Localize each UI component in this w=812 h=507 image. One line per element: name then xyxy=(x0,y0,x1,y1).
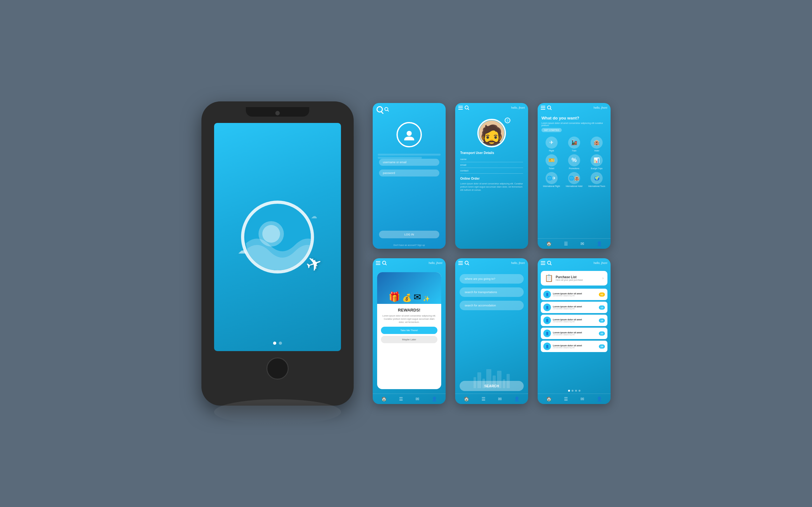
main-hamburger-icon[interactable] xyxy=(541,106,545,110)
intl-flight-circle: 🌐✈ xyxy=(546,172,558,184)
promotions-icon-item[interactable]: % Promotions xyxy=(564,154,584,170)
ticket-icon-item[interactable]: 🎫 Ticket xyxy=(542,154,561,170)
password-field[interactable]: password xyxy=(379,170,439,176)
search-screen-search-icon[interactable] xyxy=(465,261,469,265)
purchase-item-title-3: Lorem ipsum dolor sit amet xyxy=(553,319,597,321)
dot-1 xyxy=(273,342,276,345)
main-header-title: hello, jhon! xyxy=(594,106,607,109)
main-header: hello, jhon! xyxy=(538,103,611,112)
search-nav-list-icon[interactable]: ☰ xyxy=(481,396,486,401)
transportation-field[interactable]: search for transportations xyxy=(460,287,524,297)
get-started-button[interactable]: GET STARTED xyxy=(542,128,562,132)
intl-flight-icon-item[interactable]: 🌐✈ International Flight xyxy=(542,172,561,187)
nav-list-icon[interactable]: ☰ xyxy=(564,241,568,246)
rewards-card: 🎁 💰 ✉ ✨ REWARDS! Lorem ipsum dolor sit a… xyxy=(377,272,441,389)
username-field[interactable]: username or email xyxy=(379,159,439,166)
accommodation-field[interactable]: search for accomodation xyxy=(460,301,524,310)
purchase-item-text-4: Lorem ipsum dolor sit amet consectetur a… xyxy=(553,331,597,336)
nav-profile-icon[interactable]: 👤 xyxy=(597,241,602,246)
purchase-search-icon[interactable] xyxy=(547,261,552,265)
login-footer: Don't have an account? Sign up xyxy=(373,241,446,249)
train-icon-item[interactable]: 🚂 Train xyxy=(564,136,584,152)
purchase-nav-home-icon[interactable]: 🏠 xyxy=(546,396,552,401)
main-screen: hello, jhon! What do you want? Lorem ips… xyxy=(538,103,611,249)
rewards-description: Lorem ipsum dolor sit amet consectetur a… xyxy=(381,314,438,324)
search-nav-home-icon[interactable]: 🏠 xyxy=(464,396,469,401)
rewards-screen: hello, jhon! 🎁 💰 ✉ ✨ REWARDS! Lorem ipsu… xyxy=(373,258,446,404)
rewards-search-icon[interactable] xyxy=(382,261,387,265)
purchase-pagination-dots xyxy=(538,388,611,394)
purchase-nav-list-icon[interactable]: ☰ xyxy=(564,396,568,401)
intl-tours-icon-item[interactable]: 🌍 International Tours xyxy=(587,172,607,187)
login-button[interactable]: LOG IN xyxy=(379,231,439,238)
order-text: Lorem ipsum dolor sit amet consectetur a… xyxy=(460,182,523,191)
splash-circle xyxy=(241,201,314,274)
purchase-item-1[interactable]: 👤 Lorem ipsum dolor sit amet consectetur… xyxy=(541,289,607,300)
rewards-nav-mail-icon[interactable]: ✉ xyxy=(415,396,419,401)
flight-label: Flight xyxy=(549,150,554,152)
promotions-label: Promotions xyxy=(569,167,579,170)
rewards-nav-profile-icon[interactable]: 👤 xyxy=(432,396,437,401)
splash-logo: ✈ ☁ ☁ xyxy=(236,196,319,278)
purchase-item-4[interactable]: 👤 Lorem ipsum dolor sit amet consectetur… xyxy=(541,328,607,339)
purchase-avatar-1: 👤 xyxy=(543,291,551,298)
purchase-nav-mail-icon[interactable]: ✉ xyxy=(580,396,584,401)
hamburger-menu-icon[interactable] xyxy=(458,106,463,110)
search-nav-profile-icon[interactable]: 👤 xyxy=(514,396,519,401)
budget-label: Budget Trips xyxy=(591,167,603,170)
flight-icon-item[interactable]: ✈ Flight xyxy=(542,136,561,152)
header-search-icon[interactable] xyxy=(465,106,469,110)
budget-icon-item[interactable]: 📊 Budget Trips xyxy=(587,154,607,170)
rewards-title: REWARDS! xyxy=(381,308,438,313)
search-hamburger-icon[interactable] xyxy=(458,261,463,265)
profile-details: Transport User Details name email contac… xyxy=(455,147,528,249)
svg-line-10 xyxy=(550,109,551,110)
purchase-item-2[interactable]: 👤 Lorem ipsum dolor sit amet consectetur… xyxy=(541,302,607,313)
rewards-hamburger-icon[interactable] xyxy=(376,261,380,265)
hero-title: What do you want? xyxy=(542,116,607,121)
destination-field[interactable]: where are you going to? xyxy=(460,274,524,284)
nav-mail-icon[interactable]: ✉ xyxy=(580,241,584,246)
nav-home-icon[interactable]: 🏠 xyxy=(546,241,552,246)
svg-point-6 xyxy=(407,131,412,136)
purchase-item-3[interactable]: 👤 Lorem ipsum dolor sit amet consectetur… xyxy=(541,315,607,326)
transport-details-title: Transport User Details xyxy=(460,151,523,155)
purchase-list-title: Purchase List xyxy=(556,275,583,279)
intl-hotel-icon-item[interactable]: 🌐🏨 International Hotel xyxy=(564,172,584,187)
purchase-list-sub: Here all your past purchase xyxy=(556,279,583,281)
purchase-nav-profile-icon[interactable]: 👤 xyxy=(597,396,602,401)
maybe-later-button[interactable]: Maybe Later xyxy=(381,336,438,343)
purchase-dot-1 xyxy=(568,390,570,392)
train-circle: 🚂 xyxy=(568,136,580,149)
purchase-item-5[interactable]: 👤 Lorem ipsum dolor sit amet consectetur… xyxy=(541,341,607,352)
hotel-label: Hotel xyxy=(595,150,599,152)
main-bottom-nav: 🏠 ☰ ✉ 👤 xyxy=(538,238,611,249)
purchase-header-card[interactable]: 📋 Purchase List Here all your past purch… xyxy=(541,271,607,285)
building-3 xyxy=(483,379,485,388)
svg-line-8 xyxy=(468,109,469,110)
intl-hotel-label: International Hotel xyxy=(566,185,583,187)
search-nav-mail-icon[interactable]: ✉ xyxy=(498,396,502,401)
take-me-there-button[interactable]: Take Me There! xyxy=(381,327,438,334)
intl-tours-circle: 🌍 xyxy=(591,172,603,184)
phone-home-button[interactable] xyxy=(266,357,289,380)
promotions-circle: % xyxy=(568,154,580,166)
purchase-hamburger-icon[interactable] xyxy=(541,261,545,265)
city-background xyxy=(455,363,528,388)
search-screen: hello, jhon! where are you going to? sea… xyxy=(455,258,528,404)
hotel-icon-item[interactable]: 🏨 Hotel xyxy=(587,136,607,152)
login-fields: username or email password xyxy=(373,159,446,228)
ticket-circle: 🎫 xyxy=(546,154,558,166)
purchase-item-text-2: Lorem ipsum dolor sit amet consectetur a… xyxy=(553,305,597,309)
rewards-nav-home-icon[interactable]: 🏠 xyxy=(381,396,387,401)
main-search-icon[interactable] xyxy=(547,106,552,110)
purchase-item-text-1: Lorem ipsum dolor sit amet consectetur a… xyxy=(553,292,597,297)
purchase-item-text-3: Lorem ipsum dolor sit amet consectetur a… xyxy=(553,319,597,323)
rewards-nav-list-icon[interactable]: ☰ xyxy=(399,396,403,401)
intl-hotel-circle: 🌐🏨 xyxy=(568,172,580,184)
profile-contact-field: contact xyxy=(460,168,523,174)
login-screen: username or email password LOG IN Don't … xyxy=(373,103,446,249)
svg-line-14 xyxy=(468,264,469,265)
purchase-dot-3 xyxy=(575,390,577,392)
svg-line-5 xyxy=(388,110,389,111)
